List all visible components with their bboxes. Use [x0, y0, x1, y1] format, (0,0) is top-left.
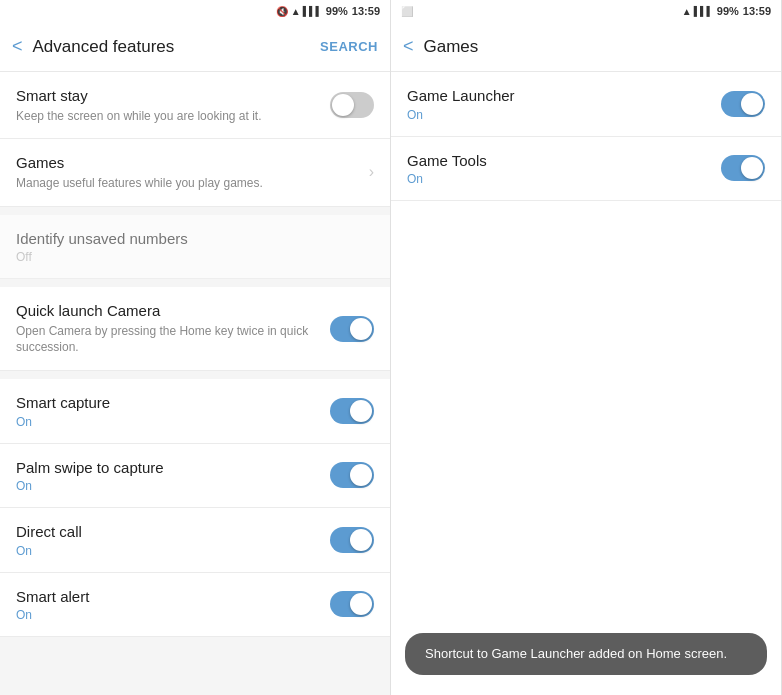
right-status-wifi-icon: ▲	[682, 6, 692, 17]
smart-stay-toggle-knob	[332, 94, 354, 116]
left-settings-list: Smart stay Keep the screen on while you …	[0, 72, 390, 695]
quick-launch-camera-desc: Open Camera by pressing the Home key twi…	[16, 323, 320, 357]
left-status-signal-icon: ▌▌▌	[303, 6, 322, 16]
game-tools-item[interactable]: Game Tools On	[391, 137, 781, 202]
section-divider-2	[0, 279, 390, 287]
right-status-battery: 99%	[717, 5, 739, 17]
game-launcher-title: Game Launcher	[407, 86, 711, 106]
left-panel-title: Advanced features	[33, 37, 321, 57]
smart-capture-item[interactable]: Smart capture On	[0, 379, 390, 444]
quick-launch-camera-toggle-knob	[350, 318, 372, 340]
toast-area: Shortcut to Game Launcher added on Home …	[391, 623, 781, 695]
games-title: Games	[16, 153, 359, 173]
smart-stay-title: Smart stay	[16, 86, 320, 106]
game-tools-toggle-knob	[741, 157, 763, 179]
direct-call-status: On	[16, 544, 320, 558]
quick-launch-camera-content: Quick launch Camera Open Camera by press…	[16, 301, 330, 356]
left-status-battery: 99%	[326, 5, 348, 17]
games-desc: Manage useful features while you play ga…	[16, 175, 359, 192]
toast-message: Shortcut to Game Launcher added on Home …	[405, 633, 767, 675]
games-content: Games Manage useful features while you p…	[16, 153, 369, 191]
search-button[interactable]: SEARCH	[320, 39, 378, 54]
smart-stay-toggle[interactable]	[330, 92, 374, 118]
smart-alert-status: On	[16, 608, 320, 622]
smart-stay-desc: Keep the screen on while you are looking…	[16, 108, 320, 125]
left-status-wifi-icon: ▲	[291, 6, 301, 17]
right-status-time: 13:59	[743, 5, 771, 17]
smart-alert-title: Smart alert	[16, 587, 320, 607]
smart-stay-content: Smart stay Keep the screen on while you …	[16, 86, 330, 124]
smart-alert-toggle[interactable]	[330, 591, 374, 617]
identify-unsaved-item: Identify unsaved numbers Off	[0, 215, 390, 280]
right-panel-title: Games	[424, 37, 769, 57]
left-panel: 🔇 ▲ ▌▌▌ 99% 13:59 < Advanced features SE…	[0, 0, 391, 695]
right-settings-list: Game Launcher On Game Tools On Shortcut …	[391, 72, 781, 695]
games-chevron: ›	[369, 163, 374, 181]
direct-call-title: Direct call	[16, 522, 320, 542]
direct-call-toggle-knob	[350, 529, 372, 551]
game-launcher-toggle[interactable]	[721, 91, 765, 117]
smart-alert-content: Smart alert On	[16, 587, 330, 623]
quick-launch-camera-title: Quick launch Camera	[16, 301, 320, 321]
game-launcher-status: On	[407, 108, 711, 122]
left-status-time: 13:59	[352, 5, 380, 17]
quick-launch-camera-toggle[interactable]	[330, 316, 374, 342]
identify-unsaved-status: Off	[16, 250, 364, 264]
right-status-signal-icon: ▌▌▌	[694, 6, 713, 16]
direct-call-content: Direct call On	[16, 522, 330, 558]
section-divider-3	[0, 371, 390, 379]
left-status-bar: 🔇 ▲ ▌▌▌ 99% 13:59	[0, 0, 390, 22]
identify-unsaved-content: Identify unsaved numbers Off	[16, 229, 374, 265]
smart-alert-item[interactable]: Smart alert On	[0, 573, 390, 638]
right-back-button[interactable]: <	[403, 36, 414, 57]
smart-capture-title: Smart capture	[16, 393, 320, 413]
direct-call-item[interactable]: Direct call On	[0, 508, 390, 573]
game-tools-status: On	[407, 172, 711, 186]
game-launcher-item[interactable]: Game Launcher On	[391, 72, 781, 137]
palm-swipe-item[interactable]: Palm swipe to capture On	[0, 444, 390, 509]
right-top-bar: < Games	[391, 22, 781, 72]
right-spacer	[391, 201, 781, 623]
left-back-button[interactable]: <	[12, 36, 23, 57]
game-tools-title: Game Tools	[407, 151, 711, 171]
right-status-image-icon: ⬜	[401, 6, 413, 17]
game-tools-toggle[interactable]	[721, 155, 765, 181]
palm-swipe-toggle-knob	[350, 464, 372, 486]
smart-stay-item[interactable]: Smart stay Keep the screen on while you …	[0, 72, 390, 139]
right-panel: ⬜ ▲ ▌▌▌ 99% 13:59 < Games Game Launcher …	[391, 0, 782, 695]
game-launcher-content: Game Launcher On	[407, 86, 721, 122]
games-item[interactable]: Games Manage useful features while you p…	[0, 139, 390, 206]
right-status-bar: ⬜ ▲ ▌▌▌ 99% 13:59	[391, 0, 781, 22]
smart-capture-status: On	[16, 415, 320, 429]
smart-capture-toggle[interactable]	[330, 398, 374, 424]
left-status-mute-icon: 🔇	[276, 6, 288, 17]
smart-capture-toggle-knob	[350, 400, 372, 422]
identify-unsaved-title: Identify unsaved numbers	[16, 229, 364, 249]
palm-swipe-content: Palm swipe to capture On	[16, 458, 330, 494]
left-top-bar: < Advanced features SEARCH	[0, 22, 390, 72]
palm-swipe-status: On	[16, 479, 320, 493]
smart-capture-content: Smart capture On	[16, 393, 330, 429]
game-launcher-toggle-knob	[741, 93, 763, 115]
section-divider-1	[0, 207, 390, 215]
palm-swipe-toggle[interactable]	[330, 462, 374, 488]
smart-alert-toggle-knob	[350, 593, 372, 615]
palm-swipe-title: Palm swipe to capture	[16, 458, 320, 478]
direct-call-toggle[interactable]	[330, 527, 374, 553]
quick-launch-camera-item[interactable]: Quick launch Camera Open Camera by press…	[0, 287, 390, 371]
game-tools-content: Game Tools On	[407, 151, 721, 187]
